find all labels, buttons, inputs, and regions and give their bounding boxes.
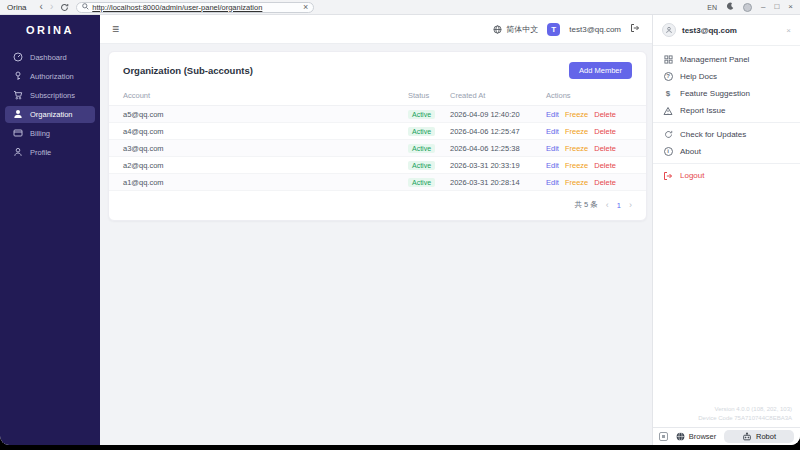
forward-icon[interactable]: › xyxy=(50,2,53,12)
menu-item-check-updates[interactable]: Check for Updates xyxy=(653,126,800,143)
sidebar-item-label: Authorization xyxy=(30,72,74,81)
page-number[interactable]: 1 xyxy=(617,201,621,210)
sidebar-item-label: Subscriptions xyxy=(30,91,75,100)
sidebar-item-authorization[interactable]: Authorization xyxy=(5,68,95,85)
menu-item-management-panel[interactable]: Management Panel xyxy=(653,51,800,68)
edit-link[interactable]: Edit xyxy=(546,127,559,136)
table-row: a2@qq.com Active 2026-03-31 20:33:19 Edi… xyxy=(109,157,646,174)
freeze-link[interactable]: Freeze xyxy=(565,110,588,119)
delete-link[interactable]: Delete xyxy=(594,178,616,187)
sidebar-item-label: Dashboard xyxy=(30,53,67,62)
sidebar-item-label: Organization xyxy=(30,110,73,119)
organization-card: Organization (Sub-accounts) Add Member A… xyxy=(108,51,647,221)
account-cell: a4@qq.com xyxy=(123,127,408,136)
dark-mode-moon-icon[interactable] xyxy=(726,2,734,12)
search-icon xyxy=(82,3,89,12)
created-at-cell: 2026-04-06 12:25:38 xyxy=(450,144,546,153)
url-bar[interactable]: http://localhost:8000/admin/user-panel/o… xyxy=(76,2,314,13)
created-at-cell: 2026-04-06 12:25:47 xyxy=(450,127,546,136)
tab-robot[interactable]: Robot xyxy=(724,430,794,443)
table-row: a4@qq.com Active 2026-04-06 12:25:47 Edi… xyxy=(109,123,646,140)
menu-item-label: Management Panel xyxy=(680,55,749,64)
delete-link[interactable]: Delete xyxy=(594,144,616,153)
close-button[interactable]: × xyxy=(788,3,793,11)
tab-browser[interactable]: Browser xyxy=(672,432,720,441)
language-badge[interactable]: EN xyxy=(707,4,717,11)
reload-icon[interactable] xyxy=(60,3,69,12)
next-page-icon[interactable]: › xyxy=(629,200,632,210)
language-switcher[interactable]: 简体中文 xyxy=(493,24,538,35)
sidebar-item-billing[interactable]: Billing xyxy=(5,125,95,142)
app-window: Orina ‹ › http://localhost:8000/admin/us… xyxy=(0,0,800,445)
sidebar-item-profile[interactable]: Profile xyxy=(5,144,95,161)
edit-link[interactable]: Edit xyxy=(546,144,559,153)
logout-icon[interactable] xyxy=(630,23,640,35)
created-at-cell: 2026-03-31 20:28:14 xyxy=(450,178,546,187)
info-circle-icon: i xyxy=(663,147,673,157)
menu-item-feature-suggestion[interactable]: $ Feature Suggestion xyxy=(653,85,800,102)
sidebar-item-organization[interactable]: Organization xyxy=(5,106,95,123)
feature-suggestion-icon: $ xyxy=(663,89,673,99)
edit-link[interactable]: Edit xyxy=(546,110,559,119)
account-cell: a3@qq.com xyxy=(123,144,408,153)
logout-icon xyxy=(663,171,673,181)
column-header-status: Status xyxy=(408,91,450,100)
table-body: a5@qq.com Active 2026-04-09 12:40:20 Edi… xyxy=(109,106,646,191)
freeze-link[interactable]: Freeze xyxy=(565,127,588,136)
sidebar-item-subscriptions[interactable]: Subscriptions xyxy=(5,87,95,104)
pagination-total: 共 5 条 xyxy=(574,200,597,210)
sidebar-item-dashboard[interactable]: Dashboard xyxy=(5,49,95,66)
column-header-actions: Actions xyxy=(546,91,632,100)
page-content: Organization (Sub-accounts) Add Member A… xyxy=(100,44,652,445)
dashboard-icon xyxy=(13,52,23,64)
table-row: a1@qq.com Active 2026-03-31 20:28:14 Edi… xyxy=(109,174,646,191)
page-title: Organization (Sub-accounts) xyxy=(123,65,253,76)
add-member-button[interactable]: Add Member xyxy=(569,62,632,79)
back-icon[interactable]: ‹ xyxy=(40,2,43,12)
freeze-link[interactable]: Freeze xyxy=(565,161,588,170)
url-input[interactable]: http://localhost:8000/admin/user-panel/o… xyxy=(92,3,300,12)
account-cell: a5@qq.com xyxy=(123,110,408,119)
browser-chrome: Orina ‹ › http://localhost:8000/admin/us… xyxy=(0,0,800,15)
language-label: 简体中文 xyxy=(506,24,538,35)
menu-item-report-issue[interactable]: Report Issue xyxy=(653,102,800,119)
avatar[interactable]: T xyxy=(547,23,560,36)
person-icon xyxy=(13,147,23,159)
delete-link[interactable]: Delete xyxy=(594,161,616,170)
profile-avatar-icon[interactable] xyxy=(743,3,752,12)
menu-item-label: Report Issue xyxy=(680,106,725,115)
hamburger-menu-icon[interactable]: ≡ xyxy=(112,22,119,36)
minimize-button[interactable]: – xyxy=(761,3,765,11)
menu-item-label: Feature Suggestion xyxy=(680,89,750,98)
app-logo: ORINA xyxy=(0,15,100,48)
column-header-created: Created At xyxy=(450,91,546,100)
robot-icon xyxy=(742,432,752,441)
edit-link[interactable]: Edit xyxy=(546,178,559,187)
prev-page-icon[interactable]: ‹ xyxy=(606,200,609,210)
menu-item-label: About xyxy=(680,147,701,156)
status-badge: Active xyxy=(408,161,435,170)
delete-link[interactable]: Delete xyxy=(594,127,616,136)
menu-item-about[interactable]: i About xyxy=(653,143,800,160)
created-at-cell: 2026-03-31 20:33:19 xyxy=(450,161,546,170)
column-header-account: Account xyxy=(123,91,408,100)
url-clear-icon[interactable]: × xyxy=(303,3,308,12)
panel-close-icon[interactable]: × xyxy=(786,26,791,35)
divider xyxy=(653,163,800,164)
chrome-right-cluster: EN – □ × xyxy=(707,2,793,12)
edit-link[interactable]: Edit xyxy=(546,161,559,170)
freeze-link[interactable]: Freeze xyxy=(565,144,588,153)
sidebar: ORINA Dashboard Authorization Subscripti… xyxy=(0,15,100,445)
status-badge: Active xyxy=(408,178,435,187)
maximize-button[interactable]: □ xyxy=(774,3,779,11)
device-code-line: Device Code 75A710744C8EBA3A xyxy=(661,414,792,424)
header-user-email[interactable]: test3@qq.com xyxy=(569,25,621,34)
menu-item-label: Help Docs xyxy=(680,72,717,81)
user-icon xyxy=(13,109,23,121)
panel-user-email: test3@qq.com xyxy=(682,26,780,35)
freeze-link[interactable]: Freeze xyxy=(565,178,588,187)
delete-link[interactable]: Delete xyxy=(594,110,616,119)
panel-toggle-icon[interactable] xyxy=(659,432,668,441)
menu-item-help-docs[interactable]: ? Help Docs xyxy=(653,68,800,85)
menu-item-logout[interactable]: Logout xyxy=(653,167,800,184)
